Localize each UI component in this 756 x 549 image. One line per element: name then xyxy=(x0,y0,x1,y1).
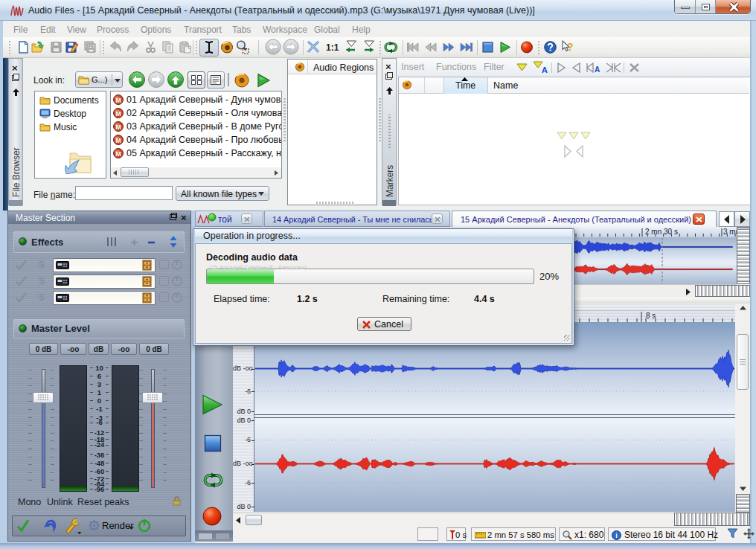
svg-text:i: i xyxy=(615,532,618,539)
svg-text:A: A xyxy=(595,65,600,73)
svg-text:A: A xyxy=(542,65,548,74)
svg-text:M: M xyxy=(115,123,121,131)
svg-text:M: M xyxy=(115,150,121,158)
svg-text:M: M xyxy=(115,97,121,104)
svg-text:M: M xyxy=(115,137,121,144)
svg-text:M: M xyxy=(115,110,121,118)
